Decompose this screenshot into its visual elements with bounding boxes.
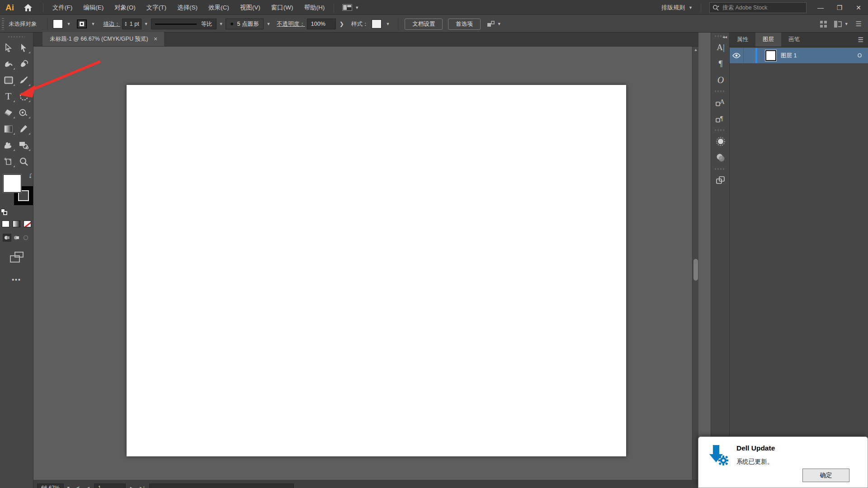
preferences-button[interactable]: 首选项 — [448, 19, 481, 30]
last-artboard-button[interactable]: ▶| — [138, 486, 146, 488]
home-icon[interactable] — [20, 2, 36, 13]
stroke-weight-stepper[interactable]: ▲▼ 1 pt — [122, 19, 142, 29]
draw-normal-mode-button[interactable] — [3, 234, 11, 242]
ok-button[interactable]: 确定 — [802, 469, 849, 482]
workspace-switcher[interactable]: ▼ — [342, 4, 359, 11]
change-screen-mode-button[interactable] — [10, 252, 24, 263]
pen-tool[interactable] — [1, 57, 16, 70]
control-bar-gripper[interactable] — [2, 18, 4, 30]
hand-tool[interactable] — [1, 138, 16, 152]
layer-name[interactable]: 图层 1 — [781, 52, 797, 60]
artboard[interactable] — [127, 85, 626, 456]
curvature-tool[interactable] — [17, 57, 31, 70]
panel-menu-icon[interactable]: ☰ — [853, 33, 868, 47]
expand-panels-icon[interactable]: ◂◂ — [722, 34, 727, 39]
character-styles-panel-icon[interactable]: A — [711, 95, 730, 110]
fill-color-dropdown[interactable]: ▼ — [53, 19, 74, 28]
fill-color-proxy[interactable] — [3, 174, 21, 192]
symbols-panel-icon[interactable] — [711, 173, 730, 188]
stroke-color-dropdown[interactable]: ▼ — [77, 19, 98, 28]
search-input[interactable] — [722, 5, 795, 11]
document-setup-button[interactable]: 文档设置 — [405, 19, 443, 30]
scale-tool[interactable] — [17, 106, 31, 119]
style-dropdown[interactable]: ▼ — [372, 19, 392, 28]
chevron-down-icon[interactable]: ▼ — [66, 486, 71, 488]
panel-menu-icon[interactable]: ☰ — [856, 20, 862, 28]
panel-gripper[interactable] — [715, 90, 726, 92]
default-fill-stroke-icon[interactable] — [1, 209, 7, 215]
chevron-down-icon[interactable]: ▼ — [142, 22, 151, 26]
menu-type[interactable]: 文字(T) — [141, 0, 172, 15]
draw-inside-mode-button[interactable] — [22, 234, 30, 242]
rectangle-tool[interactable] — [1, 73, 16, 87]
draw-behind-mode-button[interactable] — [12, 234, 21, 242]
shape-builder-tool[interactable] — [17, 138, 31, 152]
opacity-expand-arrow-icon[interactable]: ❯ — [336, 21, 348, 27]
vertical-scrollbar[interactable]: ▲ — [692, 47, 698, 488]
rotate-tool[interactable] — [17, 89, 31, 103]
status-display-field[interactable] — [149, 483, 294, 488]
color-button[interactable] — [2, 221, 9, 227]
document-close-icon[interactable]: ✕ — [154, 36, 158, 42]
tab-brushes[interactable]: 画笔 — [781, 33, 807, 47]
paragraph-panel-icon[interactable]: ¶ — [711, 56, 730, 71]
paragraph-styles-panel-icon[interactable]: ¶ — [711, 111, 730, 127]
appearance-panel-icon[interactable] — [711, 134, 730, 149]
menu-select[interactable]: 选择(S) — [172, 0, 203, 15]
paintbrush-tool[interactable] — [17, 73, 31, 87]
canvas-area[interactable]: ▲ — [33, 47, 698, 488]
stock-search[interactable] — [709, 2, 807, 13]
menu-view[interactable]: 视图(V) — [235, 0, 266, 15]
align-options-dropdown[interactable]: ▼ — [487, 20, 501, 28]
scrollbar-thumb[interactable] — [693, 259, 698, 281]
first-artboard-button[interactable]: ◀| — [73, 486, 81, 488]
minimize-button[interactable]: — — [811, 0, 830, 15]
document-tab[interactable]: 未标题-1 @ 66.67% (CMYK/GPU 预览) ✕ — [42, 32, 164, 46]
restore-button[interactable]: ❐ — [830, 0, 849, 15]
none-button[interactable] — [24, 221, 31, 227]
panel-gripper[interactable] — [715, 168, 726, 170]
tools-panel-gripper[interactable] — [8, 34, 25, 39]
zoom-tool[interactable] — [17, 155, 31, 168]
touch-workspace-icon[interactable] — [820, 21, 827, 28]
tab-properties[interactable]: 属性 — [730, 33, 755, 47]
opentype-panel-icon[interactable]: O — [711, 72, 730, 88]
stroke-weight-label[interactable]: 描边： — [103, 20, 120, 28]
menu-edit[interactable]: 编辑(E) — [78, 0, 109, 15]
edit-toolbar-button[interactable]: ••• — [0, 276, 33, 283]
layer-thumbnail[interactable] — [765, 50, 776, 61]
chevron-down-icon[interactable]: ▼ — [217, 22, 226, 26]
character-panel-icon[interactable]: A| — [711, 40, 730, 55]
artboard-tool[interactable] — [1, 155, 16, 168]
opacity-value[interactable]: 100% — [307, 19, 336, 29]
menu-help[interactable]: 帮助(H) — [298, 0, 330, 15]
menu-effect[interactable]: 效果(C) — [203, 0, 235, 15]
zoom-level-field[interactable]: 66.67% — [37, 483, 64, 488]
tab-layers[interactable]: 图层 — [755, 33, 781, 47]
layer-target-icon[interactable]: O — [858, 52, 862, 59]
selection-tool[interactable] — [1, 41, 16, 54]
gradient-button[interactable] — [13, 221, 20, 227]
type-tool[interactable]: T — [1, 89, 16, 103]
panel-gripper[interactable] — [715, 129, 726, 131]
menu-file[interactable]: 文件(F) — [47, 0, 78, 15]
artboard-number-field[interactable]: 1 — [94, 483, 126, 488]
menu-object[interactable]: 对象(O) — [109, 0, 141, 15]
direct-selection-tool[interactable] — [17, 41, 31, 54]
swap-fill-stroke-icon[interactable]: ⤵ — [29, 173, 32, 179]
eraser-tool[interactable] — [1, 106, 16, 119]
brush-dropdown[interactable]: 5 点圆形 — [226, 19, 264, 29]
stroke-weight-value[interactable]: 1 pt — [130, 21, 139, 27]
opacity-label[interactable]: 不透明度： — [277, 20, 305, 28]
menu-window[interactable]: 窗口(W) — [266, 0, 299, 15]
stepper-arrows-icon[interactable]: ▲▼ — [124, 21, 127, 27]
stroke-profile-dropdown[interactable]: 等比 — [151, 19, 217, 29]
transparency-panel-icon[interactable] — [711, 150, 730, 165]
chevron-down-icon[interactable]: ▼ — [264, 22, 273, 26]
next-artboard-button[interactable]: ▶ — [128, 486, 136, 488]
eyedropper-tool[interactable] — [17, 122, 31, 136]
gradient-tool[interactable] — [1, 122, 16, 136]
scroll-up-icon[interactable]: ▲ — [693, 47, 699, 52]
layer-row[interactable]: 图层 1 O — [730, 48, 868, 63]
arrange-documents-dropdown[interactable]: ▼ — [834, 21, 849, 28]
